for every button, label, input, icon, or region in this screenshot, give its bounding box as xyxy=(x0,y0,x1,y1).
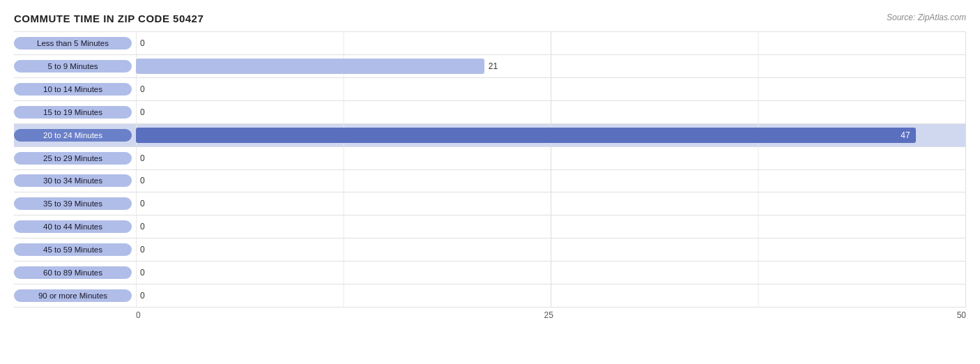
x-axis-label: 50 xyxy=(957,310,966,320)
bar-value: 0 xyxy=(140,84,145,94)
chart-source: Source: ZipAtlas.com xyxy=(887,13,966,22)
bar-row: 40 to 44 Minutes0 xyxy=(14,215,965,238)
chart-title: COMMUTE TIME IN ZIP CODE 50427 xyxy=(14,13,204,24)
bar-row: 15 to 19 Minutes0 xyxy=(14,101,965,124)
chart-body: Less than 5 Minutes05 to 9 Minutes2110 t… xyxy=(14,31,966,320)
bar-row: 90 or more Minutes0 xyxy=(14,285,965,308)
bar-label-container: 60 to 89 Minutes xyxy=(14,266,136,279)
label-pill: 10 to 14 Minutes xyxy=(14,83,132,96)
bar-row: 10 to 14 Minutes0 xyxy=(14,78,965,101)
x-axis-label: 25 xyxy=(544,310,553,320)
bar-label-container: 5 to 9 Minutes xyxy=(14,60,136,73)
bar-row: 20 to 24 Minutes47 xyxy=(14,124,965,147)
label-pill: 5 to 9 Minutes xyxy=(14,60,132,73)
bar-label-container: 15 to 19 Minutes xyxy=(14,106,136,119)
label-pill: 35 to 39 Minutes xyxy=(14,197,132,210)
bar-label-container: 30 to 34 Minutes xyxy=(14,174,136,187)
bar-fill: 47 xyxy=(136,128,916,143)
bar-row: 60 to 89 Minutes0 xyxy=(14,261,965,285)
bar-value: 0 xyxy=(140,107,145,117)
bar-label-container: 20 to 24 Minutes xyxy=(14,129,136,142)
bar-value: 0 xyxy=(140,199,145,208)
bar-area: 0 xyxy=(136,285,965,307)
bar-row: 30 to 34 Minutes0 xyxy=(14,170,965,193)
bar-label-container: 90 or more Minutes xyxy=(14,289,136,302)
x-axis: 02550 xyxy=(14,308,966,320)
bar-row: 45 to 59 Minutes0 xyxy=(14,238,965,261)
bar-value: 0 xyxy=(140,245,145,255)
label-pill: 40 to 44 Minutes xyxy=(14,220,132,233)
rows-wrapper: Less than 5 Minutes05 to 9 Minutes2110 t… xyxy=(14,31,966,308)
bar-label-container: 40 to 44 Minutes xyxy=(14,220,136,233)
bar-row: 35 to 39 Minutes0 xyxy=(14,192,965,215)
bar-area: 0 xyxy=(136,101,965,123)
bar-value: 0 xyxy=(140,38,145,48)
bar-area: 0 xyxy=(136,147,965,169)
bar-area: 0 xyxy=(136,261,965,284)
bar-label-container: 25 to 29 Minutes xyxy=(14,152,136,165)
bar-area: 0 xyxy=(136,32,965,54)
bar-area: 0 xyxy=(136,192,965,215)
bar-area: 47 xyxy=(136,124,965,146)
label-pill: 15 to 19 Minutes xyxy=(14,106,132,119)
x-axis-labels: 02550 xyxy=(136,310,966,320)
label-pill: 30 to 34 Minutes xyxy=(14,174,132,187)
bar-value: 0 xyxy=(140,153,145,163)
label-pill: 25 to 29 Minutes xyxy=(14,152,132,165)
label-pill: Less than 5 Minutes xyxy=(14,37,132,50)
bar-area: 0 xyxy=(136,170,965,192)
bar-value: 47 xyxy=(901,130,910,140)
bar-area: 21 xyxy=(136,55,965,77)
bar-value: 0 xyxy=(140,268,145,278)
bar-value: 21 xyxy=(489,61,498,71)
bar-row: 5 to 9 Minutes21 xyxy=(14,55,965,78)
chart-header: COMMUTE TIME IN ZIP CODE 50427 Source: Z… xyxy=(14,13,966,24)
bar-value: 0 xyxy=(140,222,145,232)
bar-area: 0 xyxy=(136,215,965,238)
label-pill: 20 to 24 Minutes xyxy=(14,129,132,142)
label-pill: 60 to 89 Minutes xyxy=(14,266,132,279)
label-pill: 45 to 59 Minutes xyxy=(14,243,132,256)
bar-label-container: 10 to 14 Minutes xyxy=(14,83,136,96)
bar-area: 0 xyxy=(136,238,965,261)
bar-fill: 21 xyxy=(136,59,484,74)
bar-area: 0 xyxy=(136,78,965,100)
bar-label-container: Less than 5 Minutes xyxy=(14,37,136,50)
x-axis-label: 0 xyxy=(136,310,141,320)
bar-value: 0 xyxy=(140,291,145,301)
bar-row: 25 to 29 Minutes0 xyxy=(14,147,965,170)
bar-label-container: 35 to 39 Minutes xyxy=(14,197,136,210)
bar-row: Less than 5 Minutes0 xyxy=(14,32,965,55)
label-pill: 90 or more Minutes xyxy=(14,289,132,302)
bar-value: 0 xyxy=(140,176,145,185)
chart-container: COMMUTE TIME IN ZIP CODE 50427 Source: Z… xyxy=(0,0,980,364)
bar-label-container: 45 to 59 Minutes xyxy=(14,243,136,256)
